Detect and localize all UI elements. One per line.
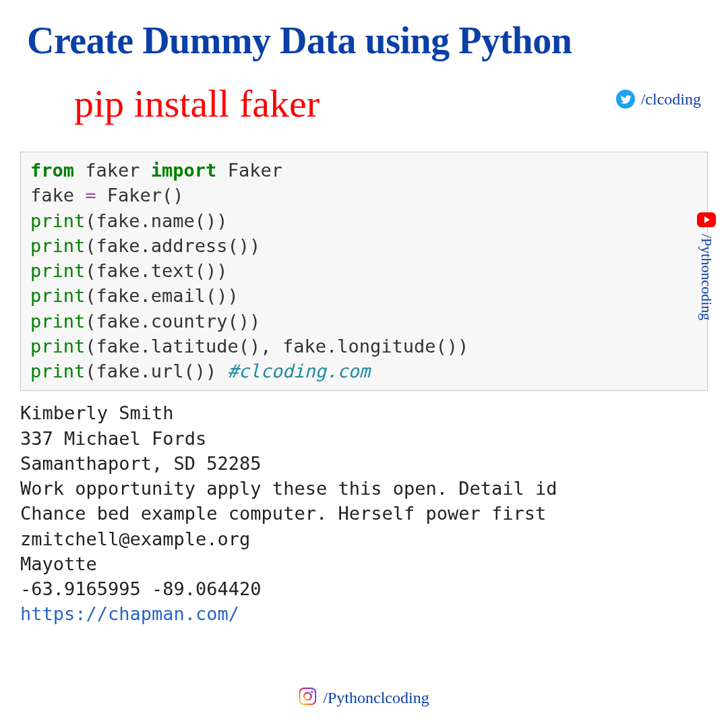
output-line: -63.9165995 -89.064420 — [20, 578, 262, 599]
twitter-handle-text: /clcoding — [641, 90, 701, 109]
code-text: (fake.url()) — [85, 361, 227, 382]
output-line: Work opportunity apply these this open. … — [20, 478, 557, 499]
output-url[interactable]: https://chapman.com/ — [20, 603, 239, 624]
output-line: Chance bed example computer. Herself pow… — [20, 503, 546, 524]
code-text: (fake.text()) — [85, 260, 227, 281]
code-text: fake — [30, 185, 85, 206]
twitter-icon — [615, 89, 636, 109]
code-text: (fake.country()) — [85, 311, 260, 332]
output-line: Mayotte — [20, 553, 97, 574]
output-line: Kimberly Smith — [20, 402, 174, 423]
youtube-link[interactable]: /Pythoncoding — [697, 212, 716, 320]
code-function: print — [30, 260, 85, 281]
output-block: Kimberly Smith 337 Michael Fords Samanth… — [20, 400, 708, 626]
code-text: (fake.latitude(), fake.longitude()) — [85, 336, 468, 357]
twitter-link[interactable]: /clcoding — [615, 89, 701, 109]
code-operator: = — [85, 185, 96, 206]
svg-rect-3 — [299, 688, 315, 704]
code-keyword: from — [30, 160, 74, 181]
code-block: from faker import Faker fake = Faker() p… — [20, 152, 708, 391]
code-text: (fake.address()) — [85, 235, 260, 256]
code-function: print — [30, 210, 85, 231]
code-text: (fake.email()) — [85, 285, 239, 306]
instagram-icon — [299, 688, 316, 708]
instagram-link[interactable]: /Pythonclcoding — [299, 688, 429, 708]
code-function: print — [30, 285, 85, 306]
code-comment: #clcoding.com — [228, 361, 370, 382]
instagram-handle-text: /Pythonclcoding — [323, 689, 429, 707]
output-line: zmitchell@example.org — [20, 528, 250, 549]
code-function: print — [30, 361, 85, 382]
code-function: print — [30, 235, 85, 256]
code-text: faker — [74, 160, 151, 181]
code-keyword: import — [151, 160, 217, 181]
svg-point-5 — [311, 691, 313, 693]
code-function: print — [30, 311, 85, 332]
youtube-handle-text: /Pythoncoding — [698, 234, 715, 320]
code-text: Faker — [216, 160, 282, 181]
youtube-icon — [697, 212, 716, 227]
page-title: Create Dummy Data using Python — [0, 0, 728, 62]
code-text: Faker() — [96, 185, 184, 206]
code-function: print — [30, 336, 85, 357]
code-text: (fake.name()) — [85, 210, 227, 231]
svg-point-4 — [304, 693, 311, 700]
output-line: Samanthaport, SD 52285 — [20, 453, 262, 474]
output-line: 337 Michael Fords — [20, 428, 206, 449]
